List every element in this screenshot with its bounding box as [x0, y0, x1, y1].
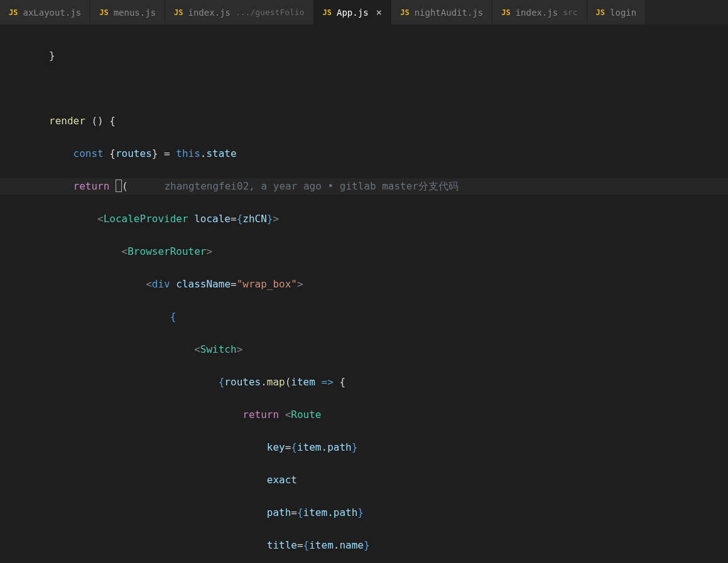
tab-login[interactable]: JSlogin — [587, 0, 646, 24]
jsx-switch: Switch — [200, 343, 237, 355]
jsx-div: div — [152, 278, 170, 290]
cursor — [116, 180, 122, 192]
attr-classname: className — [176, 278, 231, 290]
fn-map: map — [267, 376, 285, 388]
tab-label: axLayout.js — [23, 8, 81, 18]
tab-axlayout-js[interactable]: JSaxLayout.js — [0, 0, 90, 24]
tab-index-js[interactable]: JSindex.jssrc — [492, 0, 587, 24]
attr-key: key — [267, 441, 285, 453]
js-file-icon: JS — [323, 8, 332, 17]
tab-index-js[interactable]: JSindex.js.../guestFolio — [165, 0, 313, 24]
tab-label: index.js — [188, 8, 231, 18]
tab-label: index.js — [516, 8, 558, 18]
js-file-icon: JS — [9, 8, 18, 17]
code-editor[interactable]: } render () { const {routes} = this.stat… — [0, 25, 728, 563]
tab-label: nightAudit.js — [415, 8, 484, 18]
js-file-icon: JS — [400, 8, 409, 17]
tab-app-js[interactable]: JSApp.js× — [314, 0, 392, 24]
attr-locale: locale — [194, 213, 231, 225]
tab-nightaudit-js[interactable]: JSnightAudit.js — [391, 0, 492, 24]
tab-label: App.js — [337, 8, 369, 18]
item-ref-2: item — [303, 507, 328, 518]
param-item: item — [291, 376, 315, 388]
js-file-icon: JS — [174, 8, 183, 17]
attr-title: title — [267, 539, 297, 551]
var-routes: routes — [116, 147, 152, 159]
str-wrapbox: "wrap_box" — [237, 278, 297, 290]
attr-exact: exact — [267, 474, 297, 486]
var-routes-2: routes — [224, 376, 261, 388]
val-zhcn: zhCN — [242, 213, 267, 225]
kw-const: const — [73, 147, 104, 159]
jsx-localeprovider: LocaleProvider — [104, 213, 188, 225]
js-file-icon: JS — [596, 8, 605, 17]
attr-path: path — [267, 507, 291, 518]
tab-label: login — [610, 8, 636, 18]
item-ref-3: item — [309, 539, 334, 551]
item-ref: item — [297, 441, 322, 453]
git-blame-annotation: zhangtengfei02, a year ago • gitlab mast… — [164, 180, 459, 192]
jsx-route: Route — [291, 409, 321, 421]
kw-this: this — [176, 147, 200, 159]
tab-bar: JSaxLayout.jsJSmenus.jsJSindex.js.../gue… — [0, 0, 728, 25]
kw-return: return — [73, 180, 110, 192]
tab-menus-js[interactable]: JSmenus.js — [90, 0, 165, 24]
tab-dir: src — [563, 8, 577, 17]
tab-label: menus.js — [114, 8, 156, 18]
kw-return-2: return — [242, 409, 279, 421]
jsx-browserrouter: BrowserRouter — [128, 245, 206, 257]
method-name: render — [49, 115, 85, 127]
js-file-icon: JS — [99, 8, 108, 17]
prop-name: name — [339, 539, 364, 551]
js-file-icon: JS — [501, 8, 510, 17]
close-icon[interactable]: × — [376, 6, 383, 18]
prop-path: path — [327, 441, 352, 453]
tab-dir: .../guestFolio — [236, 8, 305, 17]
prop-state: state — [206, 147, 236, 159]
prop-path-2: path — [334, 507, 358, 518]
